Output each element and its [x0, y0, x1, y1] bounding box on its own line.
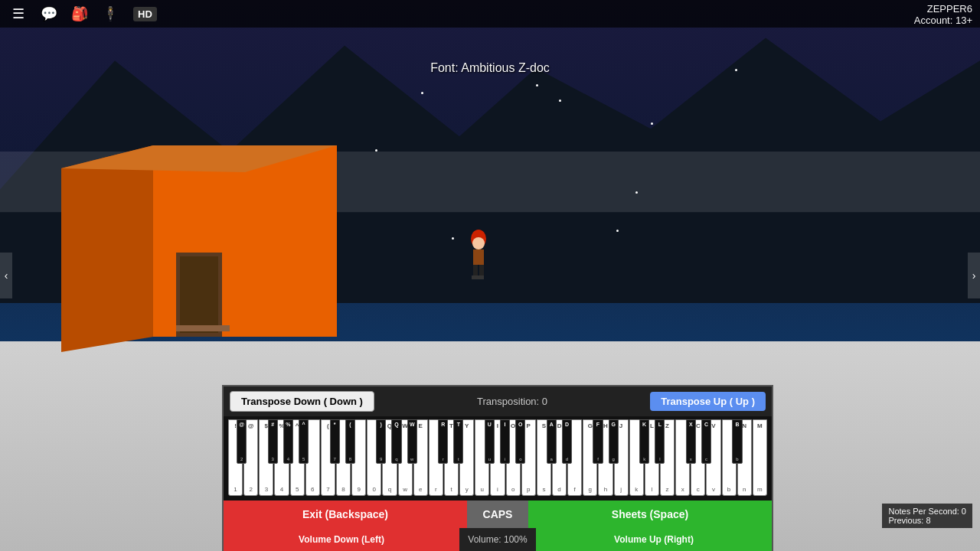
previous-notes: Previous: 8	[888, 516, 966, 525]
exit-button[interactable]: Exit (Backspace)	[224, 500, 467, 528]
black-key[interactable]: Oo	[515, 419, 525, 464]
keys-container: !1@2$3%4^56(7890QqWwEerTtYyuIiOoPpSsDdfG…	[227, 419, 769, 496]
character-icon[interactable]: 🕴	[100, 3, 121, 24]
svg-rect-15	[478, 276, 484, 279]
bottom-row: Exit (Backspace) CAPS Sheets (Space)	[224, 500, 772, 528]
transpose-down-button[interactable]: Transpose Down ( Down )	[230, 391, 374, 412]
piano-keyboard: !1@2$3%4^56(7890QqWwEerTtYyuIiOoPpSsDdfG…	[224, 416, 772, 500]
star	[635, 191, 638, 194]
svg-rect-8	[176, 325, 230, 331]
notes-overlay: Notes Per Second: 0 Previous: 8	[882, 504, 972, 528]
star	[735, 69, 737, 71]
black-key[interactable]: Bb	[732, 419, 742, 464]
black-key[interactable]: )9	[376, 419, 386, 464]
caps-button[interactable]: CAPS	[467, 500, 528, 528]
font-label: Font: Ambitious Z-doc	[430, 61, 550, 75]
black-key[interactable]: @2	[237, 419, 247, 464]
star	[375, 149, 377, 152]
character	[459, 230, 498, 298]
svg-point-10	[472, 237, 485, 249]
volume-label: Volume: 100%	[459, 534, 536, 545]
chat-icon[interactable]: 💬	[38, 3, 60, 24]
star	[651, 122, 653, 125]
backpack-icon[interactable]: 🎒	[69, 3, 90, 24]
black-key[interactable]: Dd	[562, 419, 572, 464]
orange-building	[61, 130, 337, 352]
notes-per-second: Notes Per Second: 0	[888, 507, 966, 516]
black-key[interactable]: Qq	[391, 419, 401, 464]
black-key[interactable]: Tt	[453, 419, 463, 464]
black-key[interactable]: Kk	[639, 419, 649, 464]
black-key[interactable]: %4	[283, 419, 293, 464]
black-key[interactable]: Cc	[701, 419, 711, 464]
star	[452, 237, 454, 240]
svg-rect-14	[472, 276, 478, 279]
black-key[interactable]: Gg	[609, 419, 619, 464]
account-age: Account: 13+	[914, 15, 972, 26]
left-arrow[interactable]: ‹	[0, 253, 12, 298]
svg-marker-3	[61, 145, 153, 352]
black-key[interactable]: Ff	[593, 419, 603, 464]
star	[616, 230, 619, 232]
black-key[interactable]: ^5	[299, 419, 309, 464]
volume-row: Volume Down (Left) Volume: 100% Volume U…	[224, 528, 772, 551]
svg-rect-13	[479, 265, 484, 277]
black-key[interactable]: Rr	[438, 419, 448, 464]
volume-down-button[interactable]: Volume Down (Left)	[224, 528, 459, 551]
piano-panel: Transpose Down ( Down ) Transposition: 0…	[222, 385, 773, 551]
white-key-34[interactable]: Mm	[753, 419, 767, 496]
transposition-label: Transposition: 0	[477, 396, 547, 407]
black-key[interactable]: Uu	[485, 419, 495, 464]
black-key[interactable]: (8	[345, 419, 355, 464]
right-arrow[interactable]: ›	[968, 253, 980, 298]
black-key[interactable]: #3	[268, 419, 278, 464]
transpose-row: Transpose Down ( Down ) Transposition: 0…	[224, 386, 772, 416]
black-key[interactable]: Aa	[547, 419, 557, 464]
sheets-button[interactable]: Sheets (Space)	[528, 500, 772, 528]
black-key[interactable]: Ww	[407, 419, 417, 464]
black-key[interactable]: *7	[330, 419, 340, 464]
black-key[interactable]: Ii	[500, 419, 510, 464]
svg-rect-7	[180, 256, 218, 333]
svg-rect-11	[473, 249, 484, 265]
volume-up-button[interactable]: Volume Up (Right)	[536, 528, 772, 551]
top-bar: ☰ 💬 🎒 🕴 HD ZEPPER6 Account: 13+	[0, 0, 980, 28]
star	[559, 99, 561, 102]
hd-badge: HD	[133, 7, 157, 21]
star	[536, 84, 538, 86]
username: ZEPPER6	[914, 3, 972, 15]
black-key[interactable]: Ll	[655, 419, 665, 464]
star	[421, 92, 423, 94]
transpose-up-button[interactable]: Transpose Up ( Up )	[650, 392, 766, 411]
user-info: ZEPPER6 Account: 13+	[914, 3, 972, 26]
svg-rect-12	[473, 265, 478, 277]
black-key[interactable]: Xx	[686, 419, 696, 464]
menu-icon[interactable]: ☰	[8, 3, 29, 24]
